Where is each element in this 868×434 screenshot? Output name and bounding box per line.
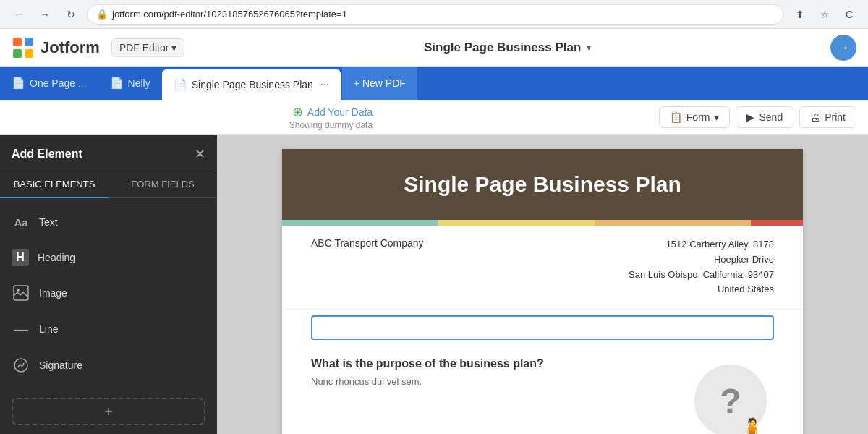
svg-point-5 (17, 289, 20, 292)
element-image[interactable]: Image (0, 275, 217, 311)
send-icon: ▶ (746, 111, 754, 123)
browser-bar: ← → ↻ 🔒 jotform.com/pdf-editor/102318576… (0, 0, 868, 29)
sidebar-tab-basic[interactable]: BASIC ELEMENTS (0, 171, 109, 198)
tab-one-page[interactable]: 📄 One Page ... (0, 67, 98, 100)
pdf-info-row: ABC Transport Company 1512 Carberry Alle… (282, 226, 803, 310)
header-right: → (830, 35, 856, 61)
sidebar-tabs: BASIC ELEMENTS FORM FIELDS (0, 171, 217, 198)
element-signature-label: Signature (39, 359, 82, 371)
tab-icon-nelly: 📄 (110, 77, 124, 90)
add-data-plus-icon: ⊕ (292, 104, 303, 120)
pdf-question: What is the purpose of the business plan… (311, 357, 610, 370)
tab-icon-single-page: 📄 (174, 78, 187, 91)
element-line[interactable]: — Line (0, 311, 217, 347)
back-button[interactable]: ← (9, 4, 29, 25)
main-layout: Add Element ✕ BASIC ELEMENTS FORM FIELDS… (0, 135, 868, 434)
send-button[interactable]: ▶ Send (736, 106, 793, 128)
image-icon (12, 284, 30, 302)
tabs-bar: 📄 One Page ... 📄 Nelly 📄 Single Page Bus… (0, 67, 868, 100)
element-line-label: Line (39, 323, 58, 335)
share-button[interactable]: ⬆ (790, 4, 810, 25)
add-data-button[interactable]: ⊕ Add Your Data (292, 104, 373, 120)
pdf-editor-dropdown-icon: ▾ (171, 42, 176, 54)
new-pdf-label: + New PDF (354, 77, 406, 89)
bookmark-button[interactable]: ☆ (814, 4, 835, 25)
element-heading-label: Heading (38, 252, 75, 263)
element-signature[interactable]: Signature (0, 347, 217, 383)
color-strip-teal (282, 220, 438, 226)
element-image-label: Image (39, 287, 67, 299)
color-strip-yellow (438, 220, 595, 226)
pdf-section-side: ? 🧍 (624, 357, 774, 434)
color-strip-red (751, 220, 803, 226)
url-text: jotform.com/pdf-editor/10231857652676065… (112, 9, 347, 20)
pdf-address-line1: 1512 Carberry Alley, 8178 (629, 237, 774, 252)
print-label: Print (825, 111, 846, 123)
tab-nelly[interactable]: 📄 Nelly (98, 67, 162, 100)
pdf-address-line4: United States (629, 282, 774, 297)
element-heading[interactable]: H Heading (0, 240, 217, 275)
sidebar-tab-basic-label: BASIC ELEMENTS (14, 179, 95, 190)
pdf-editor-label: PDF Editor (119, 42, 169, 54)
pdf-section-main: What is the purpose of the business plan… (311, 357, 610, 434)
pdf-input-row (282, 310, 803, 346)
sidebar-add-button[interactable]: + (12, 398, 205, 425)
pdf-text-input[interactable] (311, 315, 774, 340)
close-button[interactable]: ✕ (195, 146, 205, 162)
reload-button[interactable]: ↻ (61, 4, 81, 25)
print-icon: 🖨 (810, 111, 820, 123)
line-icon: — (12, 320, 30, 339)
pdf-address: 1512 Carberry Alley, 8178 Hoepker Drive … (629, 237, 774, 297)
form-button[interactable]: 📋 Form ▾ (659, 106, 731, 128)
doc-title-area: Single Page Business Plan ▾ (196, 41, 819, 55)
element-text-label: Text (39, 216, 58, 228)
browser-actions: ⬆ ☆ C (790, 4, 859, 25)
heading-icon: H (12, 249, 29, 266)
tab-more-button[interactable]: ⋯ (320, 80, 329, 90)
form-icon: 📋 (670, 111, 682, 123)
toolbar: ⊕ Add Your Data Showing dummy data 📋 For… (0, 100, 868, 135)
pdf-address-line2: Hoepker Drive (629, 252, 774, 268)
pdf-header-band: Single Page Business Plan (282, 149, 803, 220)
element-text[interactable]: Aa Text (0, 204, 217, 240)
tab-label-single-page: Single Page Business Plan (192, 79, 313, 90)
add-data-label: Add Your Data (307, 106, 373, 118)
pdf-company: ABC Transport Company (311, 237, 424, 297)
forward-button[interactable]: → (35, 4, 55, 25)
tab-icon-one-page: 📄 (12, 77, 25, 90)
toolbar-actions: 📋 Form ▾ ▶ Send 🖨 Print (659, 106, 856, 128)
color-strip (282, 220, 803, 226)
doc-title-dropdown-icon[interactable]: ▾ (587, 43, 591, 53)
elements-list: Aa Text H Heading Image — Line (0, 198, 217, 389)
tab-single-page[interactable]: 📄 Single Page Business Plan ⋯ (162, 69, 341, 100)
print-button[interactable]: 🖨 Print (799, 106, 856, 128)
pdf-answer: Nunc rhoncus dui vel sem. (311, 376, 610, 387)
doc-title: Single Page Business Plan (424, 41, 581, 55)
chat-icon[interactable]: → (830, 35, 856, 61)
logo-icon (12, 36, 35, 59)
form-label: Form (686, 111, 710, 123)
sidebar-tab-form-label: FORM FIELDS (131, 179, 194, 190)
svg-rect-1 (25, 38, 33, 46)
tab-label-nelly: Nelly (128, 77, 150, 89)
color-strip-orange (595, 220, 751, 226)
new-pdf-button[interactable]: + New PDF (342, 67, 417, 100)
svg-rect-3 (25, 49, 33, 58)
logo-text: Jotform (41, 38, 100, 57)
sidebar-header: Add Element ✕ (0, 135, 217, 171)
tab-label-one-page: One Page ... (30, 77, 87, 89)
question-mark-illustration: ? 🧍 (687, 357, 774, 434)
person-illustration: 🧍 (738, 417, 767, 434)
send-label: Send (759, 111, 783, 123)
sidebar-tab-form[interactable]: FORM FIELDS (109, 171, 217, 197)
pdf-section: What is the purpose of the business plan… (282, 346, 803, 434)
svg-rect-0 (13, 38, 22, 46)
pdf-doc-title: Single Page Business Plan (311, 172, 774, 197)
url-bar[interactable]: 🔒 jotform.com/pdf-editor/102318576526760… (87, 4, 784, 25)
content-area: Single Page Business Plan ABC Transport … (217, 135, 868, 434)
signature-icon (12, 356, 30, 375)
pdf-document: Single Page Business Plan ABC Transport … (282, 149, 803, 434)
extensions-button[interactable]: C (839, 4, 859, 25)
sidebar-title: Add Element (12, 148, 82, 161)
pdf-editor-button[interactable]: PDF Editor ▾ (111, 38, 184, 57)
